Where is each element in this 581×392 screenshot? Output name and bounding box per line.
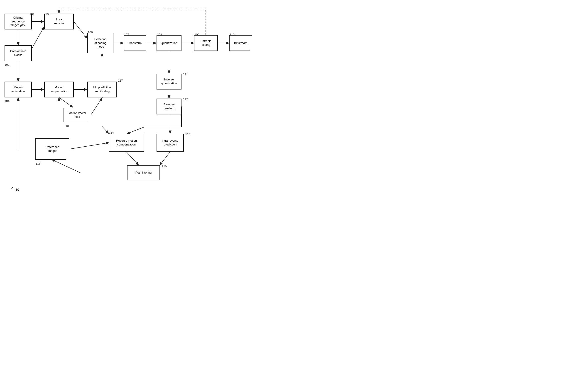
- box-quant: Quantization: [156, 35, 182, 51]
- label-l104: 104: [4, 99, 10, 103]
- box-intra_rev: Intra reverseprediction: [156, 134, 184, 152]
- box-mv_pred: Mv predictionand Coding: [87, 82, 117, 97]
- label-l110: 110: [230, 33, 234, 36]
- box-mv_field: Motion vectorfield: [64, 108, 91, 122]
- label-l114: 114: [109, 131, 114, 134]
- box-motion_est: Motionestimation: [4, 82, 32, 97]
- label-l111: 111: [183, 72, 188, 76]
- label-l106: 106: [88, 31, 93, 34]
- box-intra: Intraprediction: [44, 13, 74, 29]
- box-select: Selectionof codingmode: [87, 33, 114, 53]
- label-l101: 101: [30, 12, 34, 16]
- svg-line-31: [126, 152, 138, 165]
- label-l116: 116: [36, 162, 40, 165]
- svg-line-4: [74, 21, 87, 38]
- box-post_filter: Post filtering: [127, 165, 160, 180]
- svg-line-32: [160, 152, 170, 165]
- svg-line-18: [91, 98, 102, 115]
- box-rev_transform: Reversetransform: [156, 99, 182, 114]
- label-l112: 112: [183, 97, 188, 101]
- label-l118: 118: [64, 124, 69, 128]
- label-l115: 115: [162, 164, 167, 168]
- box-rev_motion: Reverse motioncompensation: [109, 134, 144, 152]
- label-l102: 102: [4, 63, 10, 66]
- box-ref_images: Referenceimages: [35, 138, 69, 160]
- svg-line-20: [102, 126, 108, 133]
- diagram-number: ↗: [10, 186, 14, 191]
- box-bitstream: Bit stream: [229, 35, 252, 51]
- svg-line-17: [59, 97, 72, 107]
- box-div: Division intoblocks: [4, 45, 32, 61]
- label-l108: 108: [157, 33, 162, 36]
- box-entropic: Entropiccoding: [194, 35, 218, 51]
- svg-line-23: [127, 127, 144, 134]
- label-l103: 103: [45, 12, 50, 16]
- label-l117: 117: [118, 79, 123, 82]
- svg-line-30: [69, 143, 108, 149]
- label-l109: 109: [194, 33, 200, 36]
- label-l107: 107: [124, 33, 129, 36]
- svg-line-34: [52, 160, 80, 173]
- box-inv_quant: Inversequantization: [156, 74, 182, 89]
- diagram: Original sequenceimages {i}0-nDivision i…: [0, 0, 304, 204]
- label-l113: 113: [185, 133, 190, 136]
- diagram-id: 10: [16, 188, 19, 192]
- svg-line-3: [32, 27, 44, 49]
- box-orig: Original sequenceimages {i}0-n: [4, 13, 32, 29]
- box-transform: Transform: [124, 35, 146, 51]
- box-motion_comp: Motioncompensation: [44, 82, 74, 97]
